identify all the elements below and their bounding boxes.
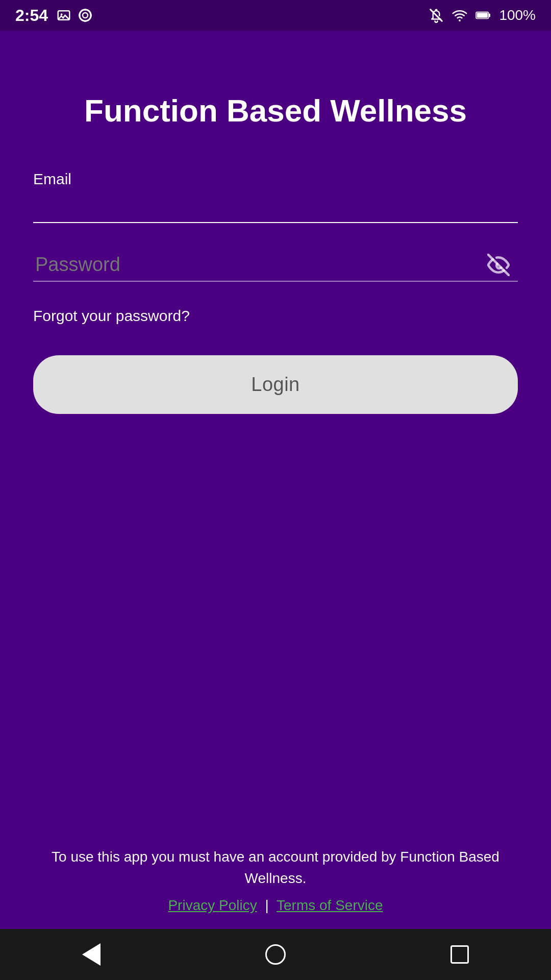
nav-back-button[interactable] — [74, 935, 109, 974]
form-container: Email Forgot your password? Login — [33, 170, 518, 414]
email-label: Email — [33, 170, 518, 188]
footer: To use this app you must have an account… — [0, 826, 551, 929]
footer-links: Privacy Policy | Terms of Service — [31, 897, 520, 914]
wifi-icon — [452, 8, 467, 23]
footer-disclaimer: To use this app you must have an account… — [31, 846, 520, 889]
sync-icon — [78, 8, 93, 23]
status-bar-right: 100% — [429, 7, 536, 23]
recent-icon — [450, 945, 469, 964]
forgot-password-link[interactable]: Forgot your password? — [33, 307, 190, 325]
home-icon — [265, 944, 286, 965]
svg-point-2 — [80, 10, 91, 21]
status-bar-left: 2:54 — [15, 6, 93, 25]
email-input-wrapper — [33, 192, 518, 223]
nav-bar — [0, 929, 551, 980]
privacy-policy-link[interactable]: Privacy Policy — [168, 897, 257, 913]
back-icon — [82, 943, 101, 966]
status-icons-left — [56, 8, 93, 23]
image-icon — [56, 8, 71, 23]
app-title: Function Based Wellness — [84, 92, 467, 130]
svg-point-7 — [90, 14, 92, 16]
battery-icon — [475, 8, 491, 23]
password-toggle-button[interactable] — [483, 250, 514, 280]
eye-slash-icon — [487, 254, 510, 276]
svg-rect-10 — [489, 14, 490, 17]
svg-point-6 — [79, 14, 81, 16]
status-bar: 2:54 — [0, 0, 551, 31]
status-time: 2:54 — [15, 6, 48, 25]
password-input-wrapper — [33, 249, 518, 282]
password-input[interactable] — [33, 249, 518, 281]
footer-separator: | — [265, 897, 268, 913]
nav-home-button[interactable] — [257, 936, 294, 973]
notification-muted-icon — [429, 8, 444, 23]
svg-point-1 — [61, 13, 63, 15]
battery-percent: 100% — [499, 7, 536, 23]
svg-point-5 — [84, 20, 86, 22]
svg-rect-11 — [477, 13, 488, 18]
nav-recent-button[interactable] — [442, 937, 477, 972]
svg-point-4 — [84, 9, 86, 11]
login-button[interactable]: Login — [33, 355, 518, 414]
svg-point-3 — [83, 13, 88, 18]
svg-point-8 — [459, 19, 461, 21]
main-content: Function Based Wellness Email Forgot you… — [0, 31, 551, 826]
terms-of-service-link[interactable]: Terms of Service — [277, 897, 383, 913]
email-input[interactable] — [33, 192, 518, 223]
